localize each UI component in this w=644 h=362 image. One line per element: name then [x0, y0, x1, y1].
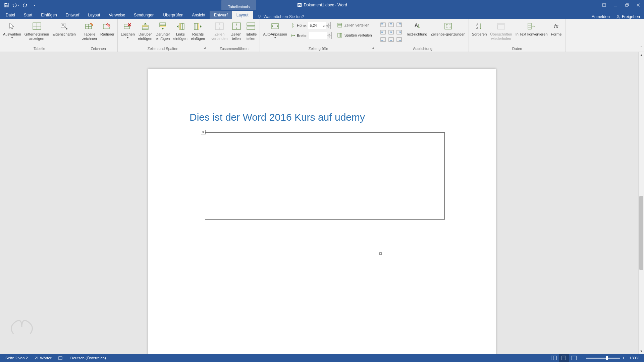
insert-right-button[interactable]: Rechtseinfügen	[189, 20, 207, 41]
vertical-scrollbar[interactable]: ▲ ▼	[638, 52, 644, 354]
zoom-in-button[interactable]: +	[622, 355, 625, 361]
width-input[interactable]	[309, 32, 327, 39]
tab-table-layout[interactable]: Layout	[232, 11, 253, 19]
document-table[interactable]	[205, 132, 445, 220]
svg-rect-93	[497, 23, 505, 29]
insert-above-button[interactable]: Darübereinfügen	[137, 20, 154, 41]
undo-button[interactable]: ▼	[11, 0, 20, 10]
svg-rect-9	[626, 4, 628, 6]
read-mode-icon	[551, 356, 557, 360]
formula-button[interactable]: fx Formel	[549, 20, 564, 37]
align-bot-left[interactable]	[379, 36, 387, 43]
tab-view[interactable]: Ansicht	[188, 11, 210, 19]
align-bot-right[interactable]	[395, 36, 403, 43]
group-rows-cols-label: Zeilen und Spalten	[148, 47, 178, 51]
align-top-left[interactable]	[379, 21, 387, 28]
ribbon-display-options-button[interactable]	[598, 0, 610, 10]
width-spinner[interactable]: ▲▼	[327, 32, 332, 39]
tab-layout[interactable]: Layout	[84, 11, 104, 19]
view-read-mode[interactable]	[549, 354, 559, 362]
signin-link[interactable]: Anmelden	[592, 14, 610, 19]
scroll-down-button[interactable]: ▼	[639, 348, 644, 354]
tell-me-search[interactable]: Was möchten Sie tun?	[253, 14, 308, 19]
tab-file[interactable]: Datei	[1, 11, 19, 19]
svg-rect-3	[297, 2, 302, 8]
scroll-up-button[interactable]: ▲	[639, 52, 644, 58]
svg-rect-44	[198, 23, 199, 29]
zoom-out-button[interactable]: −	[582, 355, 584, 361]
split-table-button[interactable]: Tabelleteilen	[244, 20, 259, 41]
cellsize-launcher[interactable]: ◢	[371, 46, 375, 51]
text-direction-button[interactable]: A Text-richtung	[405, 20, 429, 37]
insert-right-icon	[194, 22, 202, 30]
view-web-layout[interactable]	[569, 354, 579, 362]
text-direction-label: Text-richtung	[406, 32, 427, 37]
svg-rect-2	[5, 5, 7, 7]
eraser-button[interactable]: Radierer	[99, 20, 116, 37]
insert-below-button[interactable]: Daruntereinfügen	[154, 20, 172, 41]
split-cells-button[interactable]: Zellenteilen	[229, 20, 244, 41]
redo-button[interactable]	[21, 0, 30, 10]
window-controls	[598, 0, 644, 10]
group-rows-cols: Löschen ▼ Darübereinfügen Daruntereinfüg…	[118, 19, 208, 52]
zoom-slider[interactable]	[586, 358, 620, 359]
scroll-thumb[interactable]	[639, 196, 643, 270]
cell-margins-button[interactable]: Zellenbe-grenzungen	[429, 20, 467, 37]
tab-insert[interactable]: Einfügen	[37, 11, 61, 19]
view-print-layout[interactable]	[559, 354, 569, 362]
tab-mailings[interactable]: Sendungen	[129, 11, 159, 19]
delete-button[interactable]: Löschen ▼	[119, 20, 137, 39]
tab-design[interactable]: Entwurf	[61, 11, 84, 19]
tab-review[interactable]: Überprüfen	[159, 11, 188, 19]
collapse-ribbon-button[interactable]: ˆ	[641, 46, 642, 50]
properties-button[interactable]: Eigenschaften	[51, 20, 77, 37]
formula-label: Formel	[551, 32, 562, 37]
align-bot-center[interactable]	[387, 36, 395, 43]
status-page[interactable]: Seite 2 von 2	[2, 354, 31, 362]
repeat-header-icon	[497, 22, 505, 30]
draw-table-button[interactable]: Tabellezeichnen	[80, 20, 99, 41]
status-proofing[interactable]	[55, 354, 67, 362]
group-cellsize-label: Zellengröße	[309, 47, 328, 51]
insert-left-icon	[176, 22, 185, 30]
sort-button[interactable]: AZ Sortieren	[470, 20, 489, 37]
distribute-cols-button[interactable]: Spalten verteilen	[335, 31, 374, 39]
align-mid-left[interactable]	[379, 28, 387, 36]
align-mid-right[interactable]	[395, 28, 403, 36]
tab-start[interactable]: Start	[19, 11, 37, 19]
quick-access-toolbar: ▼ ▾	[0, 0, 39, 10]
autofit-button[interactable]: AutoAnpassen ▼	[261, 20, 289, 39]
svg-rect-36	[160, 25, 166, 27]
svg-point-22	[66, 28, 67, 29]
tab-table-design[interactable]: Entwurf	[210, 11, 232, 19]
height-input[interactable]	[308, 22, 326, 29]
svg-rect-4	[298, 3, 302, 7]
share-button[interactable]: Freigeben	[616, 14, 640, 19]
convert-label: In Text konvertieren	[516, 32, 548, 37]
status-words[interactable]: 21 Wörter	[31, 354, 55, 362]
view-gridlines-button[interactable]: Gitternetzlinienanzeigen	[23, 20, 51, 41]
status-language[interactable]: Deutsch (Österreich)	[67, 354, 109, 362]
zoom-level[interactable]: 130%	[630, 356, 639, 360]
rows-cols-launcher[interactable]: ◢	[202, 46, 207, 51]
height-spinner[interactable]: ▲▼	[326, 22, 331, 29]
close-button[interactable]	[633, 0, 644, 10]
align-mid-center[interactable]	[387, 28, 395, 36]
align-top-right[interactable]	[395, 21, 403, 28]
group-alignment-label: Ausrichtung	[413, 47, 432, 51]
distribute-rows-button[interactable]: Zeilen verteilen	[335, 21, 374, 29]
status-bar: Seite 2 von 2 21 Wörter Deutsch (Österre…	[0, 354, 644, 362]
document-heading[interactable]: Dies ist der Word 2016 Kurs auf udemy	[190, 112, 365, 123]
convert-to-text-button[interactable]: In Text konvertieren	[514, 20, 549, 37]
zoom-slider-thumb[interactable]	[606, 356, 608, 360]
document-page[interactable]: Dies ist der Word 2016 Kurs auf udemy ✥	[148, 69, 496, 354]
qat-customize-button[interactable]: ▾	[30, 0, 39, 10]
minimize-button[interactable]	[610, 0, 621, 10]
align-top-center[interactable]	[387, 21, 395, 28]
maximize-button[interactable]	[621, 0, 633, 10]
save-button[interactable]	[2, 0, 11, 10]
restore-icon	[625, 3, 629, 7]
insert-left-button[interactable]: Linkseinfügen	[172, 20, 189, 41]
tab-references[interactable]: Verweise	[104, 11, 129, 19]
select-button[interactable]: Auswählen ▼	[1, 20, 23, 39]
